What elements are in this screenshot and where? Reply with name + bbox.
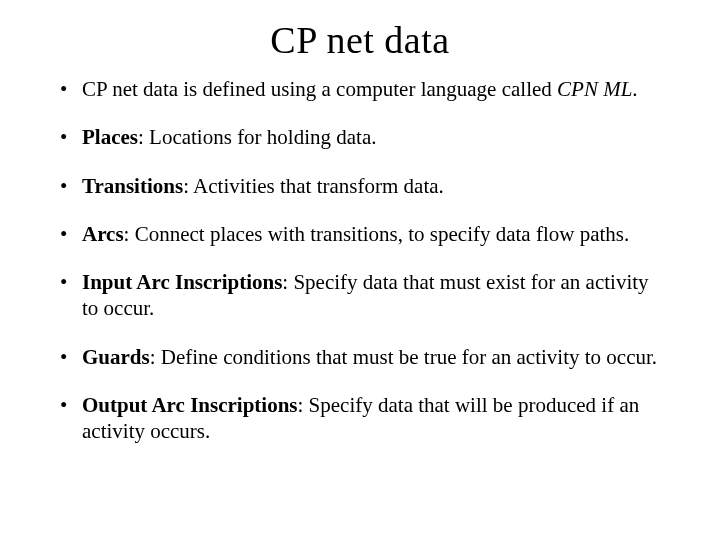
bullet-term: Arcs — [82, 222, 124, 246]
bullet-prefix: CP net data is defined using a computer … — [82, 77, 557, 101]
list-item: Output Arc Inscriptions: Specify data th… — [56, 392, 664, 445]
list-item: Places: Locations for holding data. — [56, 124, 664, 150]
bullet-rest: : Activities that transform data. — [183, 174, 444, 198]
bullet-emph: CPN ML — [557, 77, 632, 101]
list-item: CP net data is defined using a computer … — [56, 76, 664, 102]
list-item: Guards: Define conditions that must be t… — [56, 344, 664, 370]
list-item: Transitions: Activities that transform d… — [56, 173, 664, 199]
bullet-term: Output Arc Inscriptions — [82, 393, 298, 417]
bullet-rest: : Connect places with transitions, to sp… — [124, 222, 630, 246]
bullet-tail: . — [632, 77, 637, 101]
bullet-term: Input Arc Inscriptions — [82, 270, 282, 294]
bullet-term: Guards — [82, 345, 150, 369]
bullet-rest: : Define conditions that must be true fo… — [150, 345, 657, 369]
list-item: Arcs: Connect places with transitions, t… — [56, 221, 664, 247]
bullet-term: Transitions — [82, 174, 183, 198]
bullet-list: CP net data is defined using a computer … — [56, 76, 664, 444]
slide: CP net data CP net data is defined using… — [0, 0, 720, 540]
list-item: Input Arc Inscriptions: Specify data tha… — [56, 269, 664, 322]
bullet-term: Places — [82, 125, 138, 149]
slide-title: CP net data — [56, 18, 664, 62]
bullet-rest: : Locations for holding data. — [138, 125, 377, 149]
